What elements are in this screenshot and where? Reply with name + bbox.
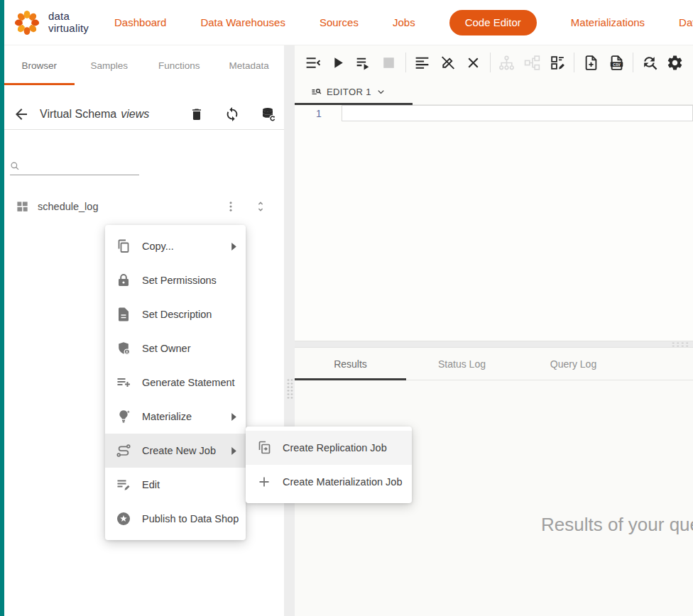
submenu-arrow-icon [231, 447, 237, 455]
editor-toolbar: CSV [295, 45, 693, 79]
logo-text: data virtuality [48, 11, 89, 33]
submenu-arrow-icon [231, 413, 237, 421]
menu-item-label: Set Permissions [142, 275, 217, 286]
tab-status-log[interactable]: Status Log [406, 348, 518, 380]
menu-item-generate-statement[interactable]: Generate Statement [105, 365, 246, 400]
nav-materializations[interactable]: Materializations [571, 16, 645, 28]
sidebar-tabs: Browser Samples Functions Metadata [4, 45, 284, 85]
nav-sources[interactable]: Sources [320, 16, 359, 28]
menu-item-label: Edit [142, 479, 160, 490]
clear-icon[interactable] [464, 53, 483, 72]
menu-item-materialize[interactable]: Materialize [105, 400, 246, 434]
tab-results[interactable]: Results [295, 348, 406, 380]
stop-icon[interactable] [380, 53, 398, 72]
results-tab-bar: Results Status Log Query Log [295, 348, 693, 380]
manage-search-icon [310, 86, 322, 98]
run-icon[interactable] [329, 53, 347, 72]
code-editor-panel: CSV [295, 45, 693, 616]
svg-text:CSV: CSV [613, 62, 621, 66]
route-icon [115, 442, 132, 459]
replicate-icon [256, 439, 273, 456]
results-empty-hint: Results of your querie [541, 514, 693, 536]
nav-data-warehouses[interactable]: Data Warehouses [200, 16, 285, 28]
query-plan-edit-icon[interactable] [548, 53, 567, 72]
tab-browser[interactable]: Browser [4, 45, 75, 85]
tab-functions[interactable]: Functions [144, 45, 214, 85]
editor-tab-1[interactable]: EDITOR 1 [295, 79, 413, 104]
schema-search [10, 154, 139, 175]
kebab-menu-icon[interactable] [224, 200, 237, 213]
panel-divider-vertical [284, 45, 295, 616]
nav-data-shop[interactable]: Data Shop [679, 16, 693, 28]
menu-item-label: Create Replication Job [283, 442, 387, 453]
menu-item-label: Publish to Data Shop [142, 513, 239, 524]
tab-metadata[interactable]: Metadata [214, 45, 285, 85]
menu-item-create-new-job[interactable]: Create New Job [105, 434, 246, 468]
nav-dashboard[interactable]: Dashboard [114, 16, 166, 28]
settings-gear-icon[interactable] [666, 53, 684, 72]
menu-item-set-description[interactable]: Set Description [105, 297, 246, 331]
menu-item-copy[interactable]: Copy... [105, 229, 246, 263]
create-new-job-submenu: Create Replication Job Create Materializ… [246, 427, 412, 503]
app-root: data virtuality Dashboard Data Warehouse… [0, 0, 693, 616]
star-circle-icon [115, 510, 132, 527]
export-csv-icon[interactable]: CSV [607, 53, 626, 72]
owner-shield-icon [115, 340, 132, 357]
back-arrow-icon[interactable] [13, 106, 30, 123]
menu-item-create-replication-job[interactable]: Create Replication Job [246, 431, 412, 465]
menu-item-label: Create New Job [142, 445, 216, 456]
panel-divider-horizontal[interactable] [295, 341, 693, 348]
search-input[interactable] [24, 160, 139, 171]
chevron-down-icon[interactable] [376, 87, 386, 97]
database-refresh-icon[interactable] [260, 106, 277, 123]
top-header: data virtuality Dashboard Data Warehouse… [4, 0, 693, 45]
menu-item-label: Create Materialization Job [283, 476, 402, 488]
unfold-more-icon[interactable] [254, 200, 267, 213]
copy-icon [115, 238, 132, 255]
nav-jobs[interactable]: Jobs [393, 16, 415, 28]
document-icon [115, 306, 132, 323]
main-nav: Dashboard Data Warehouses Sources Jobs C… [114, 10, 693, 35]
new-file-icon[interactable] [582, 53, 600, 72]
current-line-highlight [342, 105, 693, 121]
editor-tab-bar: EDITOR 1 [295, 79, 693, 105]
find-replace-icon[interactable] [640, 53, 659, 72]
divider-drag-handle[interactable] [286, 378, 293, 400]
menu-item-set-owner[interactable]: Set Owner [105, 331, 246, 365]
submenu-arrow-icon [231, 243, 237, 251]
menu-item-edit[interactable]: Edit [105, 468, 246, 502]
context-menu: Copy... Set Permissions Se [105, 225, 246, 540]
tree-item-label: schedule_log [38, 201, 98, 212]
run-script-icon[interactable] [354, 53, 373, 72]
collapse-list-icon[interactable] [303, 53, 322, 72]
menu-item-publish-to-data-shop[interactable]: Publish to Data Shop [105, 502, 246, 536]
format-align-icon[interactable] [413, 53, 432, 72]
menu-item-label: Generate Statement [142, 377, 235, 388]
editor-tab-label: EDITOR 1 [327, 87, 371, 97]
panel-actions [189, 106, 277, 123]
panel-title: Virtual Schemaviews [40, 108, 149, 121]
lightbulb-sparkle-icon [115, 408, 132, 425]
data-lineage-icon[interactable] [523, 53, 541, 72]
table-grid-icon [16, 200, 29, 214]
toolbar-separator [574, 53, 574, 72]
menu-item-create-materialization-job[interactable]: Create Materialization Job [246, 465, 412, 499]
plus-icon [256, 473, 273, 490]
sync-icon[interactable] [224, 106, 240, 122]
logo[interactable]: data virtuality [11, 7, 89, 38]
menu-item-set-permissions[interactable]: Set Permissions [105, 263, 246, 297]
edit-note-icon [115, 476, 132, 493]
toolbar-separator [490, 53, 491, 72]
lock-icon [115, 272, 132, 289]
tab-query-log[interactable]: Query Log [518, 348, 629, 380]
search-icon [10, 161, 20, 171]
tree-item-schedule-log[interactable]: schedule_log [4, 194, 284, 219]
divider-drag-handle[interactable] [671, 341, 689, 347]
clear-format-icon[interactable] [439, 53, 457, 72]
dependency-tree-icon[interactable] [497, 53, 515, 72]
code-editor-area[interactable]: 1 [295, 105, 693, 341]
tab-samples[interactable]: Samples [75, 45, 145, 85]
nav-code-editor[interactable]: Code Editor [449, 10, 537, 35]
trash-icon[interactable] [189, 106, 204, 122]
line-number: 1 [316, 108, 322, 119]
